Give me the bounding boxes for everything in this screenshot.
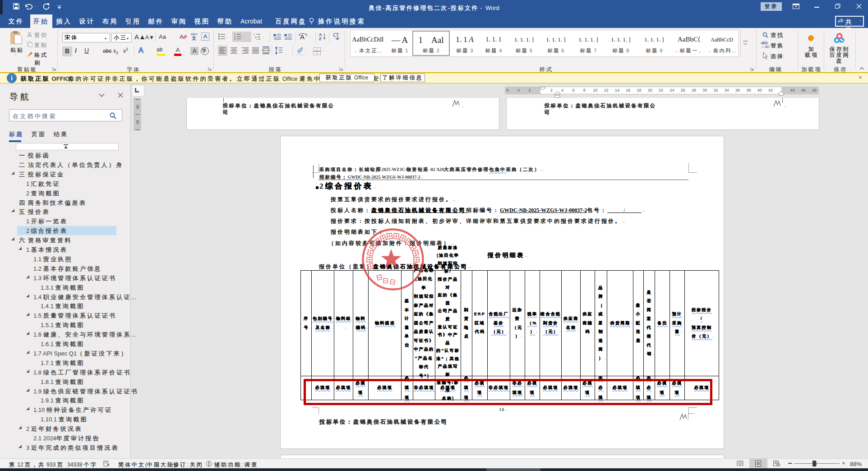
svg-text:Z: Z (319, 37, 322, 41)
svg-text:A: A (180, 33, 184, 40)
svg-text:i: i (256, 38, 257, 40)
svg-text:3: 3 (234, 38, 235, 40)
svg-text:A: A (300, 33, 305, 41)
